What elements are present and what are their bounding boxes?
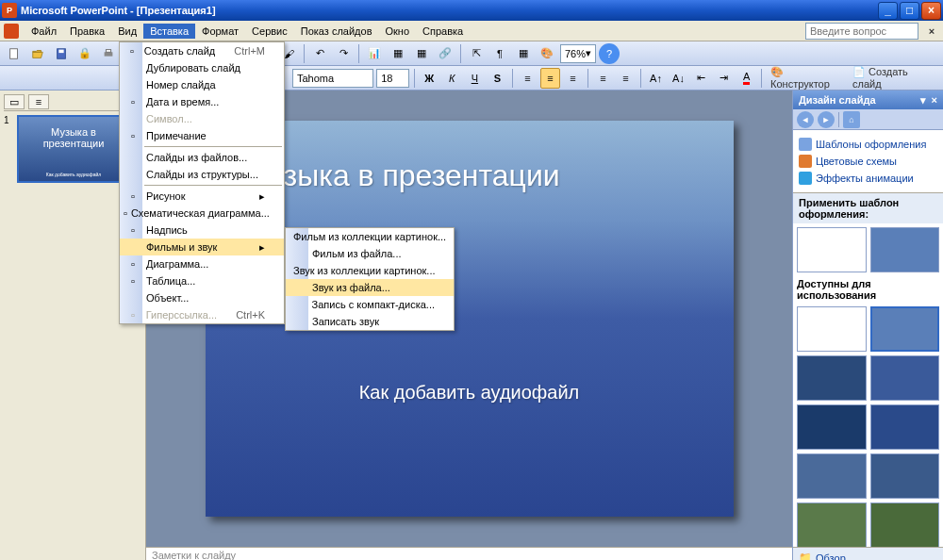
insert-menu-item[interactable]: Слайды из файлов... [120, 149, 284, 166]
bullets-button[interactable]: ≡ [616, 68, 636, 89]
color-button[interactable]: 🎨 [537, 43, 557, 64]
slide-title[interactable]: Музыка в презентации [224, 158, 715, 193]
menu-сервис[interactable]: Сервис [245, 24, 294, 39]
insert-menu-item[interactable]: ▫Примечание [120, 127, 284, 144]
forward-button[interactable]: ► [818, 111, 835, 128]
design-template[interactable] [797, 306, 867, 352]
slide-subtitle[interactable]: Как добавить аудиофайл [224, 382, 715, 404]
new-button[interactable] [4, 43, 25, 64]
grid-button[interactable]: ▦ [513, 43, 534, 64]
submenu-item[interactable]: Запись с компакт-диска... [286, 296, 454, 313]
insert-menu-item[interactable]: Номер слайда [120, 76, 284, 93]
design-template[interactable] [797, 502, 867, 547]
minimize-button[interactable]: _ [878, 2, 898, 20]
shadow-button[interactable]: S [488, 68, 507, 89]
font-select[interactable]: Tahoma [292, 69, 373, 88]
titlebar: P Microsoft PowerPoint - [Презентация1] … [0, 0, 943, 21]
chart-button[interactable]: 📊 [364, 43, 385, 64]
design-template[interactable] [870, 404, 940, 450]
expand-button[interactable]: ⇱ [466, 43, 487, 64]
insert-menu-item[interactable]: Слайды из структуры... [120, 166, 284, 183]
increase-indent-button[interactable]: ⇥ [714, 68, 734, 89]
slides-tab[interactable]: ▭ [4, 94, 25, 109]
design-task-pane: Дизайн слайда ▾ × ◄ ► ⌂ Шаблоны оформлен… [792, 91, 943, 560]
permission-button[interactable]: 🔒 [74, 43, 95, 64]
numbering-button[interactable]: ≡ [593, 68, 613, 89]
maximize-button[interactable]: □ [900, 2, 919, 20]
menu-показ слайдов[interactable]: Показ слайдов [294, 24, 379, 39]
insert-menu-item[interactable]: ▫Создать слайдCtrl+M [120, 42, 284, 59]
back-button[interactable]: ◄ [797, 111, 814, 128]
slide-preview[interactable]: Музыка в презентации Как добавить аудиоф… [17, 115, 130, 183]
print-button[interactable] [98, 43, 119, 64]
menu-справка[interactable]: Справка [416, 24, 470, 39]
doc-close-button[interactable]: × [924, 25, 939, 37]
help-question-input[interactable] [805, 23, 918, 40]
align-right-button[interactable]: ≡ [563, 68, 583, 89]
submenu-item[interactable]: Записать звук [286, 313, 454, 330]
help-button[interactable]: ? [599, 43, 620, 64]
menu-вставка[interactable]: Вставка [143, 24, 195, 39]
design-template[interactable] [797, 355, 867, 401]
design-template[interactable] [797, 404, 867, 450]
insert-menu-item[interactable]: Объект... [120, 289, 284, 306]
insert-menu-item[interactable]: Дублировать слайд [120, 59, 284, 76]
outline-tab[interactable]: ≡ [28, 94, 49, 109]
table-button[interactable]: ▦ [388, 43, 408, 64]
close-pane-button[interactable]: × [932, 94, 937, 106]
notes-field[interactable]: Заметки к слайду [146, 547, 792, 560]
font-color-button[interactable]: A [736, 68, 756, 89]
decrease-indent-button[interactable]: ⇤ [691, 68, 711, 89]
bold-button[interactable]: Ж [420, 68, 439, 89]
insert-menu-item[interactable]: ▫Таблица... [120, 272, 284, 289]
fontsize-select[interactable]: 18 [376, 69, 409, 88]
insert-menu-item[interactable]: ▫Дата и время... [120, 93, 284, 110]
italic-button[interactable]: К [442, 68, 462, 89]
design-button[interactable]: 🎨 Конструктор [767, 66, 846, 90]
design-template[interactable] [870, 227, 940, 272]
design-template[interactable] [870, 453, 940, 499]
submenu-item[interactable]: Фильм из файла... [286, 245, 454, 262]
animation-link[interactable]: Эффекты анимации [799, 170, 937, 187]
browse-link[interactable]: 📁 Обзор... [793, 547, 943, 560]
save-button[interactable] [51, 43, 72, 64]
available-section-label: Доступны для использования [797, 276, 939, 303]
increase-font-button[interactable]: A↑ [646, 68, 666, 89]
decrease-font-button[interactable]: A↓ [669, 68, 688, 89]
design-template[interactable] [870, 306, 940, 352]
colors-link[interactable]: Цветовые схемы [799, 153, 937, 170]
design-template[interactable] [870, 355, 940, 401]
zoom-select[interactable]: 76% ▾ [560, 44, 596, 63]
menu-правка[interactable]: Правка [63, 24, 111, 39]
home-button[interactable]: ⌂ [843, 111, 860, 128]
menu-окно[interactable]: Окно [379, 24, 417, 39]
insert-menu-item[interactable]: ▫Схематическая диаграмма... [120, 205, 284, 222]
align-left-button[interactable]: ≡ [518, 68, 538, 89]
open-button[interactable] [27, 43, 48, 64]
close-button[interactable]: × [921, 2, 941, 20]
insert-menu-item[interactable]: Фильмы и звук▸ [120, 239, 284, 255]
hyperlink-button[interactable]: 🔗 [435, 43, 455, 64]
templates-link[interactable]: Шаблоны оформления [799, 136, 937, 153]
underline-button[interactable]: Ч [465, 68, 485, 89]
pane-dropdown-button[interactable]: ▾ [920, 94, 926, 107]
insert-menu-item[interactable]: ▫Надпись [120, 222, 284, 239]
show-formatting-button[interactable]: ¶ [489, 43, 510, 64]
submenu-item[interactable]: Фильм из коллекции картинок... [286, 228, 454, 245]
menu-формат[interactable]: Формат [195, 24, 245, 39]
insert-menu-item[interactable]: ▫Рисунок▸ [120, 188, 284, 205]
submenu-item[interactable]: Звук из коллекции картинок... [286, 262, 454, 279]
design-template[interactable] [797, 227, 867, 272]
menu-файл[interactable]: Файл [25, 24, 63, 39]
new-slide-button[interactable]: 📄 Создать слайд [849, 66, 939, 90]
submenu-item[interactable]: Звук из файла... [286, 279, 454, 296]
design-template[interactable] [870, 502, 940, 547]
align-center-button[interactable]: ≡ [540, 68, 560, 89]
redo-button[interactable]: ↷ [333, 43, 354, 64]
tables-borders-button[interactable]: ▦ [411, 43, 432, 64]
undo-button[interactable]: ↶ [309, 43, 330, 64]
insert-menu-item[interactable]: ▫Диаграмма... [120, 255, 284, 272]
menu-вид[interactable]: Вид [111, 24, 143, 39]
app-icon: P [2, 3, 17, 18]
design-template[interactable] [797, 453, 867, 499]
